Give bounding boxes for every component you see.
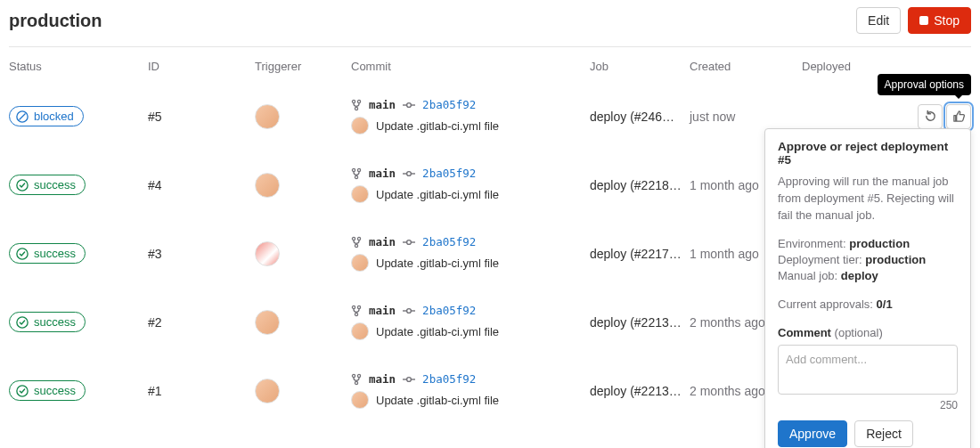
deployment-id[interactable]: #5 (148, 110, 255, 124)
svg-point-2 (352, 100, 355, 102)
char-counter: 250 (778, 399, 958, 411)
svg-point-32 (355, 381, 357, 384)
commit-icon (403, 101, 415, 110)
status-badge: success (9, 312, 86, 332)
commit-icon (403, 238, 415, 247)
deployment-id[interactable]: #1 (148, 384, 255, 398)
stop-icon (919, 16, 928, 25)
commit-icon (403, 306, 415, 315)
svg-point-30 (352, 374, 355, 377)
comment-input[interactable] (778, 345, 958, 395)
edit-button[interactable]: Edit (856, 7, 901, 34)
commit-icon (403, 375, 415, 384)
approval-popover: Approve or reject deployment #5 Approvin… (764, 128, 971, 443)
col-header-status: Status (9, 60, 148, 73)
job-link[interactable]: deploy (#2218… (590, 178, 690, 192)
svg-point-12 (407, 171, 412, 175)
approve-button[interactable]: Approve (778, 420, 847, 443)
author-avatar[interactable] (351, 117, 369, 134)
deployment-id[interactable]: #2 (148, 315, 255, 330)
deployment-id[interactable]: #4 (148, 178, 255, 192)
triggerer-avatar[interactable] (255, 173, 280, 198)
reject-button[interactable]: Reject (854, 420, 913, 443)
branch-name[interactable]: main (369, 372, 396, 386)
commit-message[interactable]: Update .gitlab-ci.yml file (376, 325, 499, 338)
status-badge: success (9, 175, 86, 195)
status-badge: success (9, 380, 86, 401)
svg-point-16 (352, 237, 355, 240)
svg-point-9 (352, 168, 355, 171)
commit-sha[interactable]: 2ba05f92 (422, 304, 476, 317)
col-header-deployed: Deployed (802, 60, 909, 73)
fork-icon (351, 373, 362, 386)
branch-name[interactable]: main (369, 167, 396, 180)
job-link[interactable]: deploy (#2217… (590, 247, 690, 261)
job-link[interactable]: deploy (#2213… (590, 384, 690, 398)
svg-point-25 (355, 313, 357, 315)
col-header-created: Created (690, 60, 802, 73)
author-avatar[interactable] (351, 185, 369, 203)
branch-name[interactable]: main (369, 304, 396, 317)
commit-sha[interactable]: 2ba05f92 (422, 167, 476, 180)
job-link[interactable]: deploy (#246… (590, 110, 690, 124)
svg-line-1 (20, 113, 26, 119)
job-link[interactable]: deploy (#2213… (590, 315, 690, 330)
fork-icon (351, 167, 362, 180)
fork-icon (351, 305, 362, 317)
status-badge: blocked (9, 106, 84, 126)
commit-icon (403, 169, 415, 178)
svg-point-24 (357, 305, 360, 308)
svg-point-23 (352, 305, 355, 308)
created-time: just now (690, 110, 802, 124)
svg-point-33 (407, 377, 412, 381)
comment-label: Comment (778, 326, 831, 339)
commit-sha[interactable]: 2ba05f92 (422, 372, 476, 386)
tooltip: Approval options (878, 74, 971, 95)
svg-point-31 (357, 374, 360, 377)
redeploy-button[interactable] (918, 104, 943, 129)
col-header-job: Job (590, 60, 690, 73)
svg-point-19 (407, 240, 412, 244)
popover-desc: Approving will run the manual job from d… (778, 174, 958, 224)
svg-point-10 (357, 168, 360, 171)
branch-name[interactable]: main (369, 235, 396, 248)
table-header: Status ID Triggerer Commit Job Created D… (9, 47, 971, 82)
triggerer-avatar[interactable] (255, 104, 280, 129)
col-header-id: ID (148, 60, 255, 73)
svg-point-5 (407, 102, 412, 107)
svg-point-4 (355, 107, 357, 110)
svg-point-26 (407, 308, 412, 313)
col-header-commit: Commit (351, 60, 590, 73)
svg-point-17 (357, 237, 360, 240)
deployment-id[interactable]: #3 (148, 247, 255, 261)
page-title: production (9, 11, 102, 31)
triggerer-avatar[interactable] (255, 310, 280, 335)
fork-icon (351, 99, 362, 111)
fork-icon (351, 236, 362, 248)
triggerer-avatar[interactable] (255, 379, 280, 403)
approval-options-button[interactable] (946, 104, 971, 129)
commit-message[interactable]: Update .gitlab-ci.yml file (376, 188, 499, 201)
commit-sha[interactable]: 2ba05f92 (422, 98, 476, 111)
author-avatar[interactable] (351, 254, 369, 272)
svg-point-18 (355, 244, 357, 247)
popover-title: Approve or reject deployment #5 (778, 140, 958, 167)
svg-point-3 (357, 100, 360, 102)
commit-sha[interactable]: 2ba05f92 (422, 235, 476, 248)
triggerer-avatar[interactable] (255, 241, 280, 266)
branch-name[interactable]: main (369, 98, 396, 111)
col-header-triggerer: Triggerer (255, 60, 351, 73)
author-avatar[interactable] (351, 391, 369, 409)
commit-message[interactable]: Update .gitlab-ci.yml file (376, 394, 499, 407)
author-avatar[interactable] (351, 322, 369, 340)
commit-message[interactable]: Update .gitlab-ci.yml file (376, 257, 499, 270)
stop-button[interactable]: Stop (908, 7, 971, 34)
status-badge: success (9, 243, 86, 264)
svg-point-11 (355, 175, 357, 178)
commit-message[interactable]: Update .gitlab-ci.yml file (376, 119, 499, 133)
